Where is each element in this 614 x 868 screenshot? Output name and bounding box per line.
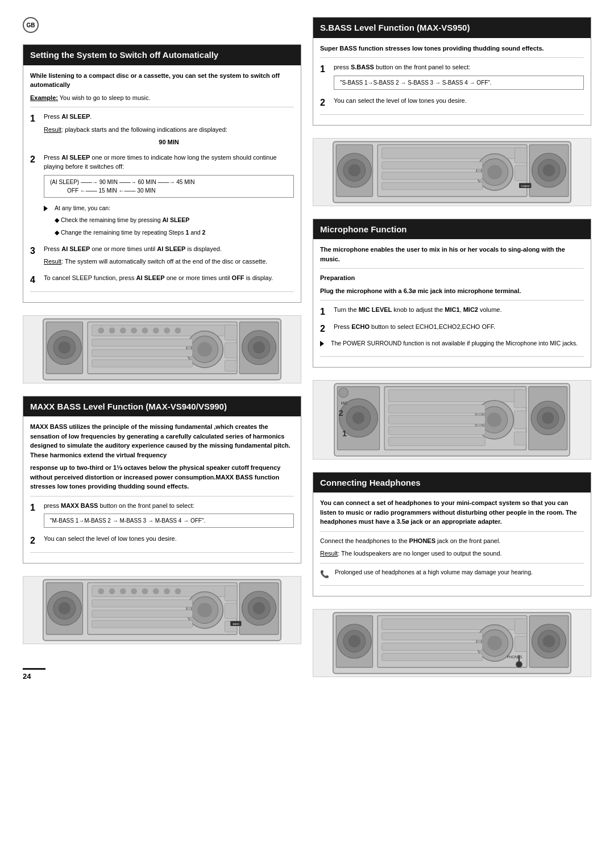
svg-rect-122 [515,636,526,652]
setting-system-header: Setting the System to Switch off Automat… [23,45,301,65]
step-1-content: Press AI SLEEP. Result: playback starts … [44,112,294,149]
svg-rect-95 [389,426,486,435]
sbass-section: S.BASS Level Function (MAX-VS950) Super … [313,17,591,126]
svg-point-39 [142,589,148,595]
svg-point-123 [516,661,522,667]
svg-point-45 [197,603,212,617]
mic-step-2: 2 Press ECHO button to select ECHO1,ECHO… [320,322,584,336]
sbass-step-2-num: 2 [320,96,329,110]
svg-rect-20 [92,360,193,367]
svg-point-108 [349,635,360,647]
svg-rect-89 [389,390,522,402]
step-3-row: 3 Press AI SLEEP one or more times until… [30,244,294,270]
intro-text: While listening to a compact disc or a c… [30,71,294,90]
svg-rect-75 [515,148,526,163]
svg-text:BASS: BASS [233,623,239,625]
svg-point-52 [253,602,265,614]
maxx-step-1-num: 1 [30,501,39,515]
setting-system-content: While listening to a compact disc or a c… [23,65,301,302]
headphones-content: You can connect a set of headphones to y… [313,493,591,595]
svg-point-11 [142,327,148,333]
svg-rect-27 [225,360,237,371]
svg-rect-70 [382,182,483,190]
right-column: S.BASS Level Function (MAX-VS950) Super … [313,17,591,682]
step-3-num: 3 [30,244,39,258]
step-3-content: Press AI SLEEP one or more times until A… [44,244,294,270]
mic-step-2-num: 2 [320,322,329,336]
step-2-num: 2 [30,153,39,166]
svg-point-24 [253,341,265,353]
svg-point-9 [120,327,126,333]
maxx-step-2-num: 2 [30,534,39,548]
maxx-bass-content: MAXX BASS utilizes the principle of the … [23,416,301,563]
svg-point-36 [109,589,115,595]
svg-point-120 [543,635,555,647]
device-image-right-mid: MIC 2 1 [313,380,591,460]
setting-system-section: Setting the System to Switch off Automat… [23,44,301,303]
svg-rect-26 [225,343,237,358]
svg-rect-46 [92,600,193,607]
svg-rect-47 [92,610,193,617]
sbass-content: Super BASS function stresses low tones p… [313,38,591,125]
svg-rect-19 [92,349,193,357]
microphone-section: Microphone Function The microphone enabl… [313,219,591,368]
svg-text:2: 2 [338,408,343,417]
svg-rect-114 [382,632,483,640]
svg-point-42 [175,589,181,595]
svg-point-84 [338,387,348,397]
svg-point-12 [153,327,159,333]
sbass-header: S.BASS Level Function (MAX-VS950) [313,18,591,38]
svg-rect-102 [514,411,526,429]
sbass-seq: "S-BASS 1→S-BASS 2 → S-BASS 3 → S-BASS 4… [334,76,584,90]
svg-rect-53 [225,586,237,601]
svg-point-35 [98,589,104,595]
svg-rect-25 [225,325,237,340]
svg-point-62 [349,164,360,176]
headphones-header: Connecting Headphones [313,473,591,493]
headphones-section: Connecting Headphones You can connect a … [313,472,591,596]
maxx-step-1: 1 press MAXX BASS button on the front pa… [30,501,294,531]
page-number: 24 [23,668,45,681]
step-4-row: 4 To cancel SLEEP function, press AI SLE… [30,273,294,287]
mic-triangle-icon [320,341,324,347]
svg-point-17 [197,342,212,357]
svg-rect-94 [389,415,486,424]
maxx-seq: "M-BASS 1→M-BASS 2 → M-BASS 3 → M-BASS 4… [44,514,294,528]
step-2-row: 2 Press AI SLEEP one or more times to in… [30,153,294,201]
svg-point-13 [164,327,170,333]
svg-rect-69 [382,172,483,180]
mic-step-1: 1 Turn the MIC LEVEL knob to adjust the … [320,305,584,319]
svg-rect-68 [382,161,483,169]
sleep-diagram: (AI SLEEP) ——→ 90 MIN ——→ 60 MIN ——→ 45 … [44,175,294,198]
mic-step-1-num: 1 [320,305,329,319]
svg-rect-93 [389,404,486,413]
device-image-1 [23,315,301,383]
svg-rect-54 [225,603,237,619]
svg-rect-115 [382,643,483,650]
step-4-num: 4 [30,273,39,287]
device-image-2: BASS [23,576,301,644]
microphone-content: The microphone enables the user to mix i… [313,239,591,367]
step-1-row: 1 Press AI SLEEP. Result: playback start… [30,112,294,149]
sbass-step-1: 1 press S.BASS button on the front panel… [320,62,584,93]
svg-text:S.BASS: S.BASS [521,184,530,187]
step-1-num: 1 [30,112,39,126]
sbass-step-1-num: 1 [320,62,329,76]
svg-rect-121 [515,619,526,634]
svg-point-37 [120,589,126,595]
sbass-step-2: 2 You can select the level of low tones … [320,96,584,110]
svg-text:1: 1 [342,428,347,437]
svg-text:MIC: MIC [341,401,348,405]
mic-note: The POWER SURROUND function is not avail… [320,339,584,352]
maxx-bass-header: MAXX BASS Level Function (MAX-VS940/VS99… [23,397,301,417]
svg-point-74 [543,164,555,176]
svg-point-14 [175,327,181,333]
svg-point-4 [59,341,70,353]
step-4-content: To cancel SLEEP function, press AI SLEEP… [44,273,294,286]
device-image-right-bottom: PHONES [313,609,591,677]
maxx-bass-section: MAXX BASS Level Function (MAX-VS940/VS99… [23,396,301,564]
svg-point-7 [98,327,104,333]
note-box: At any time, you can: ◆ Check the remain… [44,204,294,241]
triangle-icon [44,206,48,211]
svg-point-100 [542,412,554,424]
